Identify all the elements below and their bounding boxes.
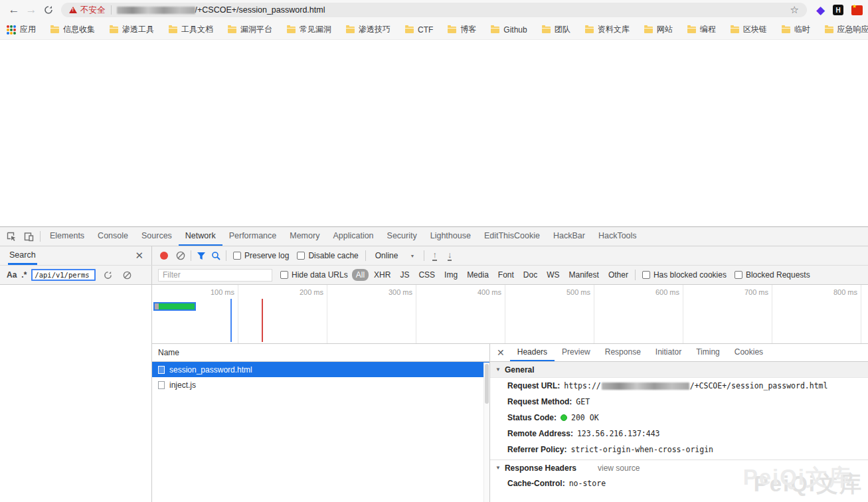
search-input[interactable] xyxy=(31,269,96,281)
devtools-tab[interactable]: Performance xyxy=(222,227,284,246)
blocked-requests-checkbox[interactable]: Blocked Requests xyxy=(735,270,810,280)
has-blocked-cookies-checkbox[interactable]: Has blocked cookies xyxy=(642,270,727,280)
bookmark-folder[interactable]: 工具文档 xyxy=(169,24,213,35)
devtools-tab[interactable]: HackBar xyxy=(547,227,592,246)
resource-type-chip[interactable]: Manifest xyxy=(565,269,603,281)
folder-icon xyxy=(585,27,594,33)
toolbar-divider xyxy=(635,270,636,280)
search-pane-close-icon[interactable]: ✕ xyxy=(135,250,143,262)
devtools-tab[interactable]: Memory xyxy=(283,227,326,246)
general-section-header[interactable]: ▼ General xyxy=(490,362,868,378)
not-secure-warning-icon[interactable] xyxy=(69,7,77,13)
reload-icon[interactable] xyxy=(40,5,57,15)
devtools-tab[interactable]: Application xyxy=(326,227,380,246)
bookmark-folder[interactable]: 区块链 xyxy=(731,24,767,35)
details-tab[interactable]: Cookies xyxy=(727,344,770,361)
back-icon[interactable]: ← xyxy=(5,3,23,17)
scrollbar-thumb[interactable] xyxy=(485,364,489,404)
details-tab[interactable]: Headers xyxy=(510,344,555,361)
resource-type-chip[interactable]: Img xyxy=(440,269,462,281)
hide-data-urls-checkbox[interactable]: Hide data URLs xyxy=(280,270,348,280)
timeline-gridline: 600 ms xyxy=(594,285,683,343)
extension-diamond-icon[interactable]: ◆ xyxy=(816,5,825,16)
search-pane-tab[interactable]: Search xyxy=(8,246,37,265)
bookmark-folder[interactable]: 常见漏洞 xyxy=(287,24,331,35)
requests-scrollbar[interactable] xyxy=(483,363,489,502)
bookmark-folder[interactable]: 信息收集 xyxy=(50,24,95,35)
bookmark-folder[interactable]: 博客 xyxy=(448,24,476,35)
devtools-tab[interactable]: HackTools xyxy=(592,227,644,246)
resource-type-chip[interactable]: Doc xyxy=(519,269,541,281)
response-headers-section-header[interactable]: ▼ Response Headers view source xyxy=(490,460,868,475)
resource-type-chip[interactable]: Other xyxy=(604,269,632,281)
bookmark-apps[interactable]: 应用 xyxy=(7,24,36,35)
devtools-tab[interactable]: Elements xyxy=(43,227,91,246)
forward-icon[interactable]: → xyxy=(23,3,40,17)
bookmark-folder[interactable]: 渗透技巧 xyxy=(346,24,391,35)
search-refresh-icon[interactable] xyxy=(100,268,115,282)
bookmark-folder[interactable]: 漏洞平台 xyxy=(228,24,272,35)
details-close-icon[interactable]: ✕ xyxy=(490,347,510,358)
export-har-icon[interactable]: ↓ xyxy=(448,251,452,261)
resource-type-chip[interactable]: JS xyxy=(396,269,413,281)
extension-hackbar-icon[interactable]: H xyxy=(833,5,843,15)
address-bar[interactable]: 不安全 /+CSCOE+/session_password.html ☆ xyxy=(61,3,807,17)
devtools-tab-label: Application xyxy=(333,231,373,240)
regex-toggle[interactable]: .* xyxy=(21,270,27,280)
record-button[interactable] xyxy=(160,252,168,260)
resource-type-chip[interactable]: CSS xyxy=(414,269,439,281)
extension-flag-icon[interactable] xyxy=(851,5,863,15)
network-search-icon[interactable] xyxy=(209,248,223,263)
bookmark-folder[interactable]: 渗透工具 xyxy=(110,24,154,35)
devtools-tab-label: HackBar xyxy=(553,231,585,240)
details-tab[interactable]: Initiator xyxy=(648,344,689,361)
bookmark-folder[interactable]: Github xyxy=(491,25,527,35)
devtools-tab[interactable]: Security xyxy=(381,227,424,246)
request-url-row: Request URL: https:///+CSCOE+/session_pa… xyxy=(490,378,868,394)
bookmark-folder[interactable]: 编程 xyxy=(687,24,716,35)
name-column-header[interactable]: Name xyxy=(152,344,489,362)
network-overview[interactable]: 100 ms200 ms300 ms400 ms500 ms600 ms700 … xyxy=(152,285,868,344)
details-tab[interactable]: Timing xyxy=(689,344,727,361)
match-case-toggle[interactable]: Aa xyxy=(7,270,17,280)
resource-type-chip[interactable]: Font xyxy=(494,269,518,281)
timeline-gridline: 100 ms xyxy=(152,285,238,343)
request-method-value: GET xyxy=(576,397,590,406)
filter-input[interactable] xyxy=(158,269,272,282)
devtools-tab[interactable]: EditThisCookie xyxy=(477,227,547,246)
devtools-tab[interactable]: Network xyxy=(179,227,222,246)
folder-icon xyxy=(731,27,739,33)
overview-waterfall-bar[interactable] xyxy=(153,302,196,311)
throttling-value: Online xyxy=(375,251,398,260)
disable-cache-checkbox[interactable]: Disable cache xyxy=(297,251,358,260)
request-row[interactable]: session_password.html xyxy=(152,362,489,377)
import-har-icon[interactable]: ↑ xyxy=(432,251,437,261)
devtools-tab[interactable]: Console xyxy=(91,227,135,246)
clear-network-log-icon[interactable] xyxy=(173,248,188,263)
resource-type-chip[interactable]: XHR xyxy=(370,269,394,281)
apps-grid-icon xyxy=(7,25,16,35)
resource-type-chip[interactable]: WS xyxy=(543,269,563,281)
bookmark-folder[interactable]: 临时 xyxy=(782,24,810,35)
devtools-tab[interactable]: Lighthouse xyxy=(424,227,477,246)
details-tab[interactable]: Preview xyxy=(555,344,598,361)
device-toolbar-icon[interactable] xyxy=(20,228,37,244)
bookmark-folder[interactable]: 团队 xyxy=(542,24,570,35)
view-source-link[interactable]: view source xyxy=(598,463,640,473)
bookmark-star-icon[interactable]: ☆ xyxy=(790,4,798,16)
bookmark-folder[interactable]: 资料文库 xyxy=(585,24,630,35)
throttling-dropdown[interactable]: Online▼ xyxy=(375,251,415,260)
checkbox-icon xyxy=(280,271,288,279)
preserve-log-checkbox[interactable]: Preserve log xyxy=(233,251,289,260)
filter-funnel-icon[interactable] xyxy=(194,248,209,263)
details-tab[interactable]: Response xyxy=(598,344,648,361)
bookmark-folder[interactable]: 网站 xyxy=(644,24,673,35)
bookmark-folder[interactable]: 应急响应中 xyxy=(825,24,868,35)
devtools-tab[interactable]: Sources xyxy=(135,227,179,246)
resource-type-chip[interactable]: All xyxy=(352,269,369,281)
resource-type-chip[interactable]: Media xyxy=(463,269,493,281)
bookmark-folder[interactable]: CTF xyxy=(405,25,433,35)
inspect-element-icon[interactable] xyxy=(3,228,20,244)
search-clear-icon[interactable] xyxy=(120,268,134,282)
request-row[interactable]: inject.js xyxy=(152,377,489,392)
